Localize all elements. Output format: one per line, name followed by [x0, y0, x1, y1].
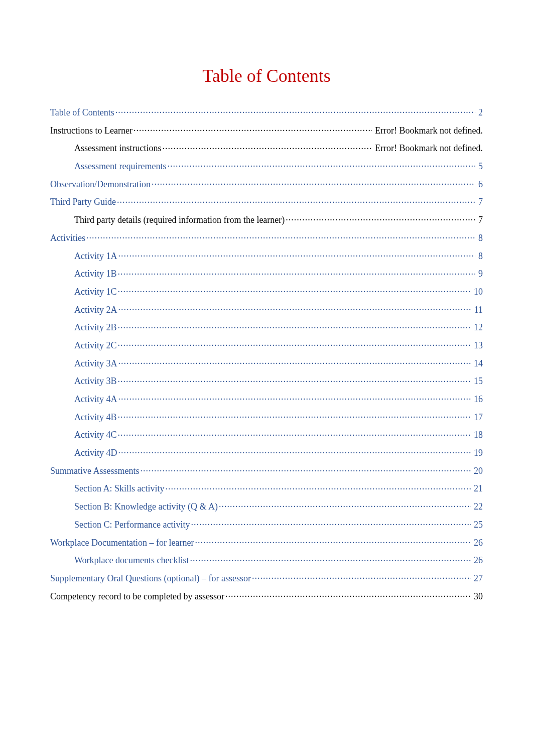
toc-entry-page: 30: [472, 591, 483, 602]
toc-entry-label[interactable]: Summative Assessments: [50, 466, 140, 476]
toc-leader-dots: [118, 321, 471, 330]
toc-entry-label[interactable]: Activity 2A: [74, 305, 117, 315]
toc-entry[interactable]: Activities8: [50, 232, 483, 243]
page-title: Table of Contents: [50, 65, 483, 86]
toc-entry-label[interactable]: Assessment requirements: [74, 161, 166, 172]
toc-entry[interactable]: Assessment requirements5: [50, 160, 483, 172]
toc-leader-dots: [141, 465, 471, 474]
toc-entry: Third party details (required informatio…: [50, 214, 483, 225]
toc-entry-page: 17: [472, 412, 483, 423]
table-of-contents: Table of Contents2Instructions to Learne…: [50, 106, 483, 601]
toc-leader-dots: [118, 429, 471, 438]
toc-entry-label[interactable]: Activity 4C: [74, 430, 117, 440]
toc-leader-dots: [86, 232, 475, 241]
toc-leader-dots: [118, 250, 476, 259]
toc-entry: Assessment instructionsError! Bookmark n…: [50, 142, 483, 154]
toc-entry-page: 15: [472, 376, 483, 387]
toc-entry-page: 7: [476, 197, 483, 207]
toc-entry[interactable]: Supplementary Oral Questions (optional) …: [50, 572, 483, 584]
toc-leader-dots: [118, 375, 471, 384]
toc-entry-page: 16: [472, 394, 483, 405]
toc-entry-page: 13: [472, 340, 483, 351]
toc-entry-label: Instructions to Learner: [50, 125, 132, 136]
toc-entry-label[interactable]: Third Party Guide: [50, 197, 116, 207]
toc-entry-label[interactable]: Section C: Performance activity: [74, 520, 190, 530]
toc-entry-label[interactable]: Workplace Documentation – for learner: [50, 538, 194, 548]
toc-entry[interactable]: Activity 1B9: [50, 268, 483, 279]
toc-leader-dots: [118, 304, 471, 313]
toc-entry-page: 19: [472, 448, 483, 458]
toc-entry-label[interactable]: Observation/Demonstration: [50, 179, 151, 190]
toc-entry-page: 27: [472, 573, 483, 584]
toc-entry-page: 7: [476, 215, 483, 225]
toc-leader-dots: [166, 482, 471, 491]
toc-entry-label: Third party details (required informatio…: [74, 215, 285, 225]
toc-leader-dots: [163, 142, 372, 151]
toc-entry-label[interactable]: Activity 4A: [74, 394, 117, 405]
toc-leader-dots: [118, 411, 471, 420]
toc-entry-label[interactable]: Activity 4D: [74, 448, 117, 458]
toc-entry-label[interactable]: Activity 1C: [74, 287, 117, 297]
toc-entry-page: 8: [476, 233, 483, 243]
toc-entry-page: 8: [476, 251, 483, 262]
toc-entry[interactable]: Activity 1A8: [50, 250, 483, 262]
toc-entry-label[interactable]: Section B: Knowledge activity (Q & A): [74, 501, 218, 512]
toc-leader-dots: [191, 519, 471, 528]
toc-entry[interactable]: Activity 2B12: [50, 321, 483, 333]
toc-entry-label[interactable]: Activity 1A: [74, 251, 117, 262]
toc-entry-page: 14: [472, 358, 483, 369]
toc-entry-page: 6: [476, 179, 483, 190]
toc-entry[interactable]: Section B: Knowledge activity (Q & A)22: [50, 500, 483, 512]
toc-entry-label[interactable]: Section A: Skills activity: [74, 483, 165, 494]
toc-entry-label[interactable]: Activity 2C: [74, 340, 117, 351]
toc-entry-page: 25: [472, 520, 483, 530]
toc-entry-label[interactable]: Activity 3A: [74, 358, 117, 369]
toc-entry-label[interactable]: Supplementary Oral Questions (optional) …: [50, 573, 251, 584]
toc-entry[interactable]: Section A: Skills activity21: [50, 482, 483, 494]
toc-entry-page: 20: [472, 466, 483, 476]
toc-leader-dots: [134, 124, 372, 134]
toc-entry-label[interactable]: Activity 3B: [74, 376, 117, 387]
toc-entry-label[interactable]: Activities: [50, 233, 85, 243]
toc-entry-page: 26: [472, 538, 483, 548]
toc-entry-label[interactable]: Workplace documents checklist: [74, 555, 189, 566]
toc-leader-dots: [117, 196, 475, 205]
toc-entry[interactable]: Activity 1C10: [50, 286, 483, 297]
toc-entry[interactable]: Section C: Performance activity25: [50, 519, 483, 530]
toc-leader-dots: [118, 447, 471, 456]
toc-entry-page: 18: [472, 430, 483, 440]
toc-entry[interactable]: Workplace documents checklist26: [50, 554, 483, 566]
toc-entry-label[interactable]: Table of Contents: [50, 107, 114, 118]
toc-leader-dots: [118, 357, 471, 366]
toc-leader-dots: [118, 339, 471, 348]
toc-entry-label[interactable]: Activity 4B: [74, 412, 117, 423]
toc-leader-dots: [219, 500, 471, 510]
toc-leader-dots: [118, 286, 471, 295]
toc-entry-label: Competency record to be completed by ass…: [50, 591, 224, 602]
toc-entry[interactable]: Table of Contents2: [50, 106, 483, 118]
toc-entry[interactable]: Summative Assessments20: [50, 465, 483, 476]
toc-leader-dots: [167, 160, 475, 169]
toc-entry[interactable]: Activity 3A14: [50, 357, 483, 369]
toc-entry-label[interactable]: Activity 2B: [74, 322, 117, 333]
toc-entry-page: 9: [476, 269, 483, 279]
toc-entry-page: 22: [472, 501, 483, 512]
toc-entry[interactable]: Activity 4B17: [50, 411, 483, 423]
toc-entry-label: Assessment instructions: [74, 143, 162, 154]
toc-entry[interactable]: Activity 2A11: [50, 304, 483, 315]
toc-entry-label[interactable]: Activity 1B: [74, 269, 117, 279]
toc-entry[interactable]: Activity 4D19: [50, 447, 483, 458]
toc-entry[interactable]: Activity 4C18: [50, 429, 483, 440]
toc-entry[interactable]: Third Party Guide7: [50, 196, 483, 207]
toc-leader-dots: [118, 393, 471, 402]
toc-entry[interactable]: Activity 4A16: [50, 393, 483, 405]
toc-entry[interactable]: Observation/Demonstration6: [50, 178, 483, 190]
toc-entry[interactable]: Workplace Documentation – for learner26: [50, 537, 483, 548]
toc-entry-page: 11: [472, 305, 483, 315]
toc-entry[interactable]: Activity 3B15: [50, 375, 483, 387]
toc-entry: Competency record to be completed by ass…: [50, 590, 483, 602]
toc-leader-dots: [225, 590, 471, 599]
toc-entry-page: 12: [472, 322, 483, 333]
toc-entry-page: 5: [476, 161, 483, 172]
toc-entry[interactable]: Activity 2C13: [50, 339, 483, 351]
